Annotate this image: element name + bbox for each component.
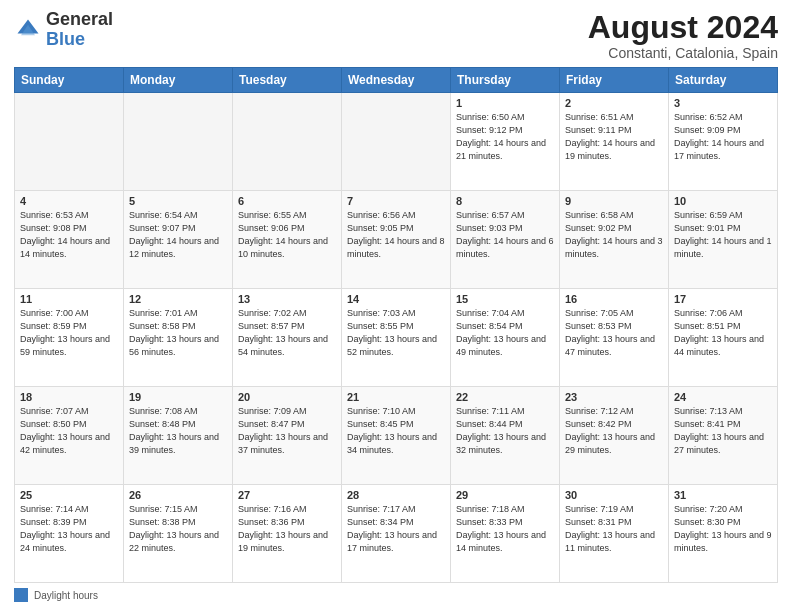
day-info: Sunrise: 7:05 AM Sunset: 8:53 PM Dayligh… <box>565 307 663 359</box>
calendar-cell: 27Sunrise: 7:16 AM Sunset: 8:36 PM Dayli… <box>233 485 342 583</box>
day-info: Sunrise: 7:04 AM Sunset: 8:54 PM Dayligh… <box>456 307 554 359</box>
calendar-title: August 2024 <box>588 10 778 45</box>
logo: General Blue <box>14 10 113 50</box>
page: General Blue August 2024 Constanti, Cata… <box>0 0 792 612</box>
day-number: 1 <box>456 97 554 109</box>
day-info: Sunrise: 7:06 AM Sunset: 8:51 PM Dayligh… <box>674 307 772 359</box>
day-number: 25 <box>20 489 118 501</box>
calendar-cell: 1Sunrise: 6:50 AM Sunset: 9:12 PM Daylig… <box>451 93 560 191</box>
day-number: 5 <box>129 195 227 207</box>
calendar-cell: 28Sunrise: 7:17 AM Sunset: 8:34 PM Dayli… <box>342 485 451 583</box>
header-right: August 2024 Constanti, Catalonia, Spain <box>588 10 778 61</box>
calendar-table: SundayMondayTuesdayWednesdayThursdayFrid… <box>14 67 778 583</box>
calendar-week-row: 18Sunrise: 7:07 AM Sunset: 8:50 PM Dayli… <box>15 387 778 485</box>
calendar-cell: 17Sunrise: 7:06 AM Sunset: 8:51 PM Dayli… <box>669 289 778 387</box>
calendar-cell: 31Sunrise: 7:20 AM Sunset: 8:30 PM Dayli… <box>669 485 778 583</box>
day-number: 30 <box>565 489 663 501</box>
day-info: Sunrise: 7:07 AM Sunset: 8:50 PM Dayligh… <box>20 405 118 457</box>
calendar-cell: 15Sunrise: 7:04 AM Sunset: 8:54 PM Dayli… <box>451 289 560 387</box>
calendar-cell: 11Sunrise: 7:00 AM Sunset: 8:59 PM Dayli… <box>15 289 124 387</box>
day-info: Sunrise: 7:09 AM Sunset: 8:47 PM Dayligh… <box>238 405 336 457</box>
day-info: Sunrise: 7:03 AM Sunset: 8:55 PM Dayligh… <box>347 307 445 359</box>
calendar-header-sunday: Sunday <box>15 68 124 93</box>
calendar-cell: 25Sunrise: 7:14 AM Sunset: 8:39 PM Dayli… <box>15 485 124 583</box>
calendar-cell: 5Sunrise: 6:54 AM Sunset: 9:07 PM Daylig… <box>124 191 233 289</box>
calendar-header-saturday: Saturday <box>669 68 778 93</box>
calendar-cell: 19Sunrise: 7:08 AM Sunset: 8:48 PM Dayli… <box>124 387 233 485</box>
day-number: 8 <box>456 195 554 207</box>
calendar-cell: 13Sunrise: 7:02 AM Sunset: 8:57 PM Dayli… <box>233 289 342 387</box>
calendar-cell: 23Sunrise: 7:12 AM Sunset: 8:42 PM Dayli… <box>560 387 669 485</box>
day-info: Sunrise: 7:02 AM Sunset: 8:57 PM Dayligh… <box>238 307 336 359</box>
day-info: Sunrise: 6:55 AM Sunset: 9:06 PM Dayligh… <box>238 209 336 261</box>
day-number: 24 <box>674 391 772 403</box>
day-info: Sunrise: 7:14 AM Sunset: 8:39 PM Dayligh… <box>20 503 118 555</box>
day-number: 23 <box>565 391 663 403</box>
calendar-cell: 16Sunrise: 7:05 AM Sunset: 8:53 PM Dayli… <box>560 289 669 387</box>
day-number: 28 <box>347 489 445 501</box>
day-number: 10 <box>674 195 772 207</box>
day-number: 11 <box>20 293 118 305</box>
calendar-header-wednesday: Wednesday <box>342 68 451 93</box>
logo-blue-text: Blue <box>46 29 85 49</box>
day-number: 14 <box>347 293 445 305</box>
calendar-cell: 24Sunrise: 7:13 AM Sunset: 8:41 PM Dayli… <box>669 387 778 485</box>
calendar-cell <box>124 93 233 191</box>
calendar-cell: 12Sunrise: 7:01 AM Sunset: 8:58 PM Dayli… <box>124 289 233 387</box>
day-info: Sunrise: 6:56 AM Sunset: 9:05 PM Dayligh… <box>347 209 445 261</box>
day-number: 15 <box>456 293 554 305</box>
calendar-cell: 2Sunrise: 6:51 AM Sunset: 9:11 PM Daylig… <box>560 93 669 191</box>
day-info: Sunrise: 7:13 AM Sunset: 8:41 PM Dayligh… <box>674 405 772 457</box>
day-number: 26 <box>129 489 227 501</box>
calendar-cell: 26Sunrise: 7:15 AM Sunset: 8:38 PM Dayli… <box>124 485 233 583</box>
calendar-header-thursday: Thursday <box>451 68 560 93</box>
day-number: 27 <box>238 489 336 501</box>
day-info: Sunrise: 7:10 AM Sunset: 8:45 PM Dayligh… <box>347 405 445 457</box>
day-info: Sunrise: 7:08 AM Sunset: 8:48 PM Dayligh… <box>129 405 227 457</box>
legend: Daylight hours <box>14 588 778 602</box>
day-info: Sunrise: 6:50 AM Sunset: 9:12 PM Dayligh… <box>456 111 554 163</box>
calendar-cell: 4Sunrise: 6:53 AM Sunset: 9:08 PM Daylig… <box>15 191 124 289</box>
day-info: Sunrise: 7:12 AM Sunset: 8:42 PM Dayligh… <box>565 405 663 457</box>
day-number: 17 <box>674 293 772 305</box>
day-info: Sunrise: 7:17 AM Sunset: 8:34 PM Dayligh… <box>347 503 445 555</box>
day-info: Sunrise: 7:01 AM Sunset: 8:58 PM Dayligh… <box>129 307 227 359</box>
calendar-cell: 22Sunrise: 7:11 AM Sunset: 8:44 PM Dayli… <box>451 387 560 485</box>
day-info: Sunrise: 7:16 AM Sunset: 8:36 PM Dayligh… <box>238 503 336 555</box>
day-number: 12 <box>129 293 227 305</box>
calendar-cell <box>233 93 342 191</box>
legend-label: Daylight hours <box>34 590 98 601</box>
day-number: 18 <box>20 391 118 403</box>
calendar-cell: 29Sunrise: 7:18 AM Sunset: 8:33 PM Dayli… <box>451 485 560 583</box>
day-info: Sunrise: 6:52 AM Sunset: 9:09 PM Dayligh… <box>674 111 772 163</box>
day-info: Sunrise: 7:18 AM Sunset: 8:33 PM Dayligh… <box>456 503 554 555</box>
calendar-header-tuesday: Tuesday <box>233 68 342 93</box>
day-number: 2 <box>565 97 663 109</box>
calendar-cell: 7Sunrise: 6:56 AM Sunset: 9:05 PM Daylig… <box>342 191 451 289</box>
day-info: Sunrise: 7:11 AM Sunset: 8:44 PM Dayligh… <box>456 405 554 457</box>
calendar-cell: 3Sunrise: 6:52 AM Sunset: 9:09 PM Daylig… <box>669 93 778 191</box>
header: General Blue August 2024 Constanti, Cata… <box>14 10 778 61</box>
day-info: Sunrise: 6:57 AM Sunset: 9:03 PM Dayligh… <box>456 209 554 261</box>
day-number: 19 <box>129 391 227 403</box>
day-info: Sunrise: 6:58 AM Sunset: 9:02 PM Dayligh… <box>565 209 663 261</box>
day-number: 13 <box>238 293 336 305</box>
day-info: Sunrise: 7:00 AM Sunset: 8:59 PM Dayligh… <box>20 307 118 359</box>
logo-icon <box>14 16 42 44</box>
calendar-header-monday: Monday <box>124 68 233 93</box>
calendar-week-row: 11Sunrise: 7:00 AM Sunset: 8:59 PM Dayli… <box>15 289 778 387</box>
calendar-week-row: 4Sunrise: 6:53 AM Sunset: 9:08 PM Daylig… <box>15 191 778 289</box>
day-number: 9 <box>565 195 663 207</box>
day-number: 6 <box>238 195 336 207</box>
calendar-cell: 6Sunrise: 6:55 AM Sunset: 9:06 PM Daylig… <box>233 191 342 289</box>
day-number: 3 <box>674 97 772 109</box>
calendar-cell: 10Sunrise: 6:59 AM Sunset: 9:01 PM Dayli… <box>669 191 778 289</box>
day-info: Sunrise: 7:20 AM Sunset: 8:30 PM Dayligh… <box>674 503 772 555</box>
calendar-header-row: SundayMondayTuesdayWednesdayThursdayFrid… <box>15 68 778 93</box>
calendar-cell: 9Sunrise: 6:58 AM Sunset: 9:02 PM Daylig… <box>560 191 669 289</box>
day-info: Sunrise: 6:54 AM Sunset: 9:07 PM Dayligh… <box>129 209 227 261</box>
calendar-subtitle: Constanti, Catalonia, Spain <box>588 45 778 61</box>
day-number: 16 <box>565 293 663 305</box>
calendar-cell <box>15 93 124 191</box>
day-info: Sunrise: 7:19 AM Sunset: 8:31 PM Dayligh… <box>565 503 663 555</box>
